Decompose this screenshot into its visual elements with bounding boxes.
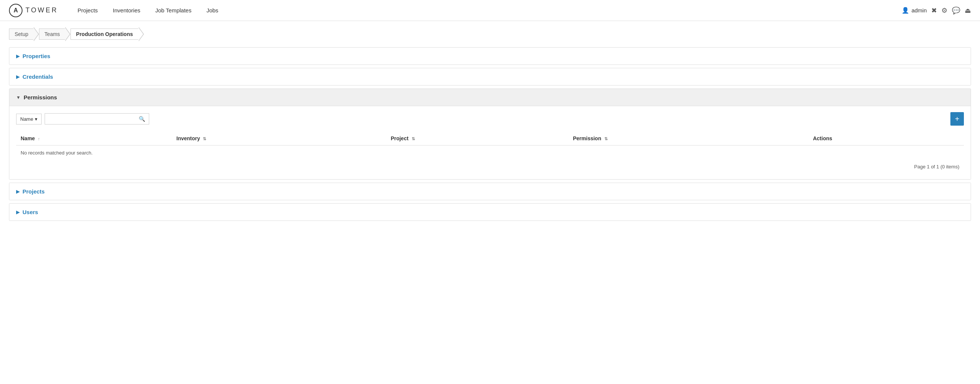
breadcrumb-chevron-2 <box>65 27 70 41</box>
wrench-settings-icon[interactable]: ⚙ <box>941 6 947 14</box>
chevron-right-icon: ▶ <box>16 54 19 59</box>
col-permission-sort-icon: ⇅ <box>605 137 608 141</box>
col-permission-label: Permission <box>573 135 601 141</box>
nav-link-inventories[interactable]: Inventories <box>105 0 148 21</box>
chevron-right-icon-creds: ▶ <box>16 74 19 80</box>
accordion-permissions-label: Permissions <box>24 94 57 100</box>
col-project-label: Project <box>391 135 408 141</box>
col-name-sort-icon: ↑ <box>38 137 40 141</box>
col-name[interactable]: Name ↑ <box>16 132 172 145</box>
add-permission-button[interactable]: + <box>950 112 964 126</box>
col-inventory-sort-icon: ⇅ <box>203 137 206 141</box>
accordion-projects-label: Projects <box>22 188 45 194</box>
permissions-toolbar: Name ▾ 🔍 + <box>16 112 964 126</box>
empty-message: No records matched your search. <box>16 145 964 161</box>
breadcrumb-chevron-1 <box>34 27 39 41</box>
dropdown-arrow-icon: ▾ <box>35 116 38 122</box>
search-box: 🔍 <box>45 113 149 124</box>
accordion-users-label: Users <box>22 209 38 215</box>
col-actions-label: Actions <box>813 135 832 141</box>
main-content: ▶ Properties ▶ Credentials ▼ Permissions… <box>0 47 980 233</box>
accordion-projects-header[interactable]: ▶ Projects <box>10 183 970 200</box>
col-actions: Actions <box>808 132 964 145</box>
accordion-credentials-header[interactable]: ▶ Credentials <box>10 68 970 85</box>
nav-user: 👤 admin <box>902 7 927 14</box>
accordion-properties-header[interactable]: ▶ Properties <box>10 48 970 64</box>
table-body: No records matched your search. <box>16 145 964 161</box>
nav-link-job-templates[interactable]: Job Templates <box>148 0 199 21</box>
logout-icon[interactable]: ⏏ <box>965 6 971 14</box>
search-button[interactable]: 🔍 <box>135 114 149 124</box>
logo-text: TOWER <box>25 6 58 14</box>
chevron-down-icon-perms: ▼ <box>16 95 21 100</box>
accordion-credentials: ▶ Credentials <box>9 68 971 86</box>
accordion-permissions-body: Name ▾ 🔍 + Name <box>10 106 970 179</box>
breadcrumb-production-operations: Production Operations <box>70 27 144 41</box>
accordion-users: ▶ Users <box>9 203 971 221</box>
name-filter-dropdown[interactable]: Name ▾ <box>16 114 41 124</box>
nav-link-projects[interactable]: Projects <box>70 0 105 21</box>
col-project[interactable]: Project ⇅ <box>386 132 568 145</box>
col-inventory[interactable]: Inventory ⇅ <box>172 132 387 145</box>
breadcrumb-setup: Setup <box>9 27 39 41</box>
table-empty-row: No records matched your search. <box>16 145 964 161</box>
col-project-sort-icon: ⇅ <box>412 137 415 141</box>
user-icon: 👤 <box>902 7 909 14</box>
breadcrumb-teams: Teams <box>39 27 70 41</box>
wrench-icon[interactable]: ✖ <box>931 6 937 14</box>
chevron-right-icon-users: ▶ <box>16 210 19 215</box>
breadcrumb-chevron-3 <box>139 27 144 41</box>
nav-link-jobs[interactable]: Jobs <box>199 0 226 21</box>
nav-links: Projects Inventories Job Templates Jobs <box>70 0 902 21</box>
accordion-credentials-label: Credentials <box>22 73 53 80</box>
chevron-right-icon-proj: ▶ <box>16 189 19 194</box>
accordion-properties: ▶ Properties <box>9 47 971 65</box>
logo[interactable]: A TOWER <box>9 4 58 17</box>
search-icon: 🔍 <box>139 116 145 122</box>
table-header-row: Name ↑ Inventory ⇅ Project ⇅ Permissio <box>16 132 964 145</box>
top-nav: A TOWER Projects Inventories Job Templat… <box>0 0 980 21</box>
table-header: Name ↑ Inventory ⇅ Project ⇅ Permissio <box>16 132 964 145</box>
logo-circle: A <box>9 4 22 17</box>
col-permission[interactable]: Permission ⇅ <box>568 132 808 145</box>
accordion-properties-label: Properties <box>22 53 50 59</box>
add-icon: + <box>955 115 959 123</box>
permissions-table: Name ↑ Inventory ⇅ Project ⇅ Permissio <box>16 132 964 160</box>
chat-icon[interactable]: 💬 <box>952 6 960 14</box>
breadcrumb-teams-label[interactable]: Teams <box>39 29 65 40</box>
accordion-permissions: ▼ Permissions Name ▾ 🔍 + <box>9 89 971 180</box>
breadcrumb-current-label: Production Operations <box>70 29 139 40</box>
name-filter-label: Name <box>20 116 33 122</box>
accordion-permissions-header[interactable]: ▼ Permissions <box>10 89 970 106</box>
search-input[interactable] <box>45 114 135 124</box>
breadcrumb: Setup Teams Production Operations <box>0 21 980 47</box>
col-inventory-label: Inventory <box>177 135 200 141</box>
breadcrumb-setup-label[interactable]: Setup <box>9 29 34 40</box>
col-name-label: Name <box>21 135 35 141</box>
nav-right: 👤 admin ✖ ⚙ 💬 ⏏ <box>902 6 971 14</box>
pagination: Page 1 of 1 (0 items) <box>16 160 964 173</box>
accordion-users-header[interactable]: ▶ Users <box>10 204 970 220</box>
username: admin <box>912 7 927 13</box>
accordion-projects: ▶ Projects <box>9 183 971 200</box>
